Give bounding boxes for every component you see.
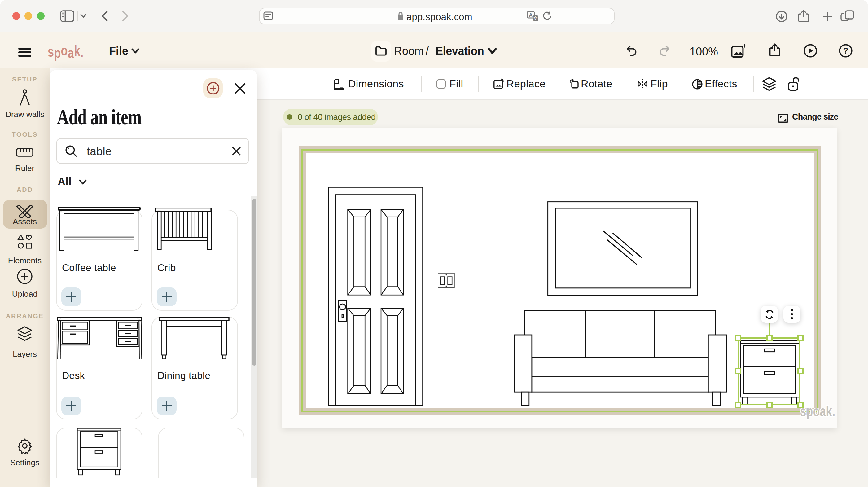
svg-text:A: A: [529, 12, 533, 18]
svg-text:?: ?: [843, 46, 848, 56]
svg-text:文: 文: [533, 16, 538, 21]
